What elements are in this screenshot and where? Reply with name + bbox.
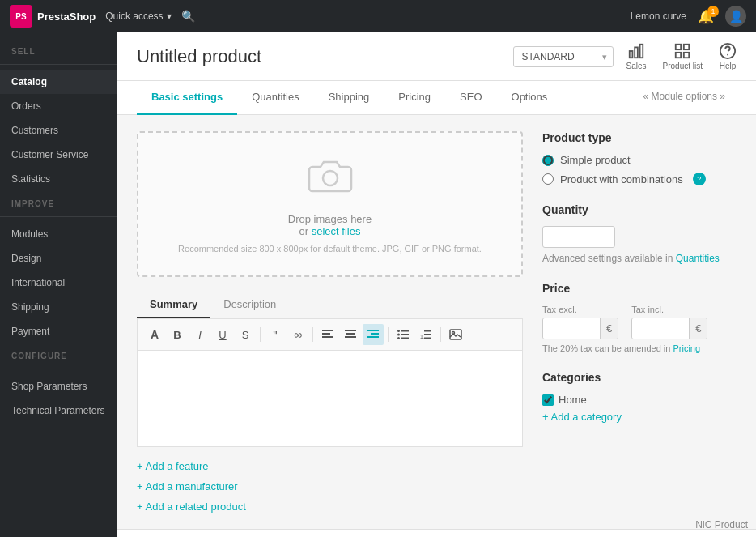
product-type-combination-label: Product with combinations: [560, 173, 683, 185]
toolbar-bold-btn[interactable]: B: [167, 324, 188, 345]
sidebar-item-shipping[interactable]: Shipping: [0, 295, 117, 319]
select-files-link[interactable]: select files: [312, 225, 361, 237]
product-type-combination-radio[interactable]: [542, 173, 554, 185]
sidebar-divider-improve: [0, 216, 117, 217]
sidebar-item-international[interactable]: International: [0, 271, 117, 295]
toolbar-align-center-btn[interactable]: [340, 324, 361, 345]
svg-rect-2: [640, 45, 643, 58]
add-feature-link[interactable]: + Add a feature: [137, 460, 523, 472]
editor-tab-summary[interactable]: Summary: [137, 292, 210, 318]
sidebar-item-payment[interactable]: Payment: [0, 319, 117, 343]
help-label: Help: [720, 62, 737, 70]
tab-options[interactable]: Options: [497, 81, 563, 115]
svg-point-20: [397, 334, 400, 336]
tab-basic-settings[interactable]: Basic settings: [137, 81, 237, 115]
user-avatar-button[interactable]: 👤: [725, 6, 746, 27]
quantity-input[interactable]: [542, 226, 615, 248]
tax-excl-currency: €: [600, 318, 618, 339]
svg-rect-10: [322, 330, 333, 331]
toolbar-italic-btn[interactable]: I: [189, 324, 210, 345]
top-nav-right: Lemon curve 🔔 1 👤: [631, 6, 746, 27]
sidebar-item-customer-service[interactable]: Customer Service: [0, 143, 117, 167]
toolbar-ol-btn[interactable]: 1.: [415, 324, 436, 345]
chevron-icon: ▾: [167, 11, 172, 22]
add-category-link[interactable]: + Add a category: [542, 411, 622, 423]
product-title-input[interactable]: [137, 46, 412, 67]
footer-bar: 🗑 PREVIEW Online DUPLICATE GO TO CATALOG…: [117, 529, 756, 537]
quantities-link[interactable]: Quantities: [676, 253, 720, 264]
toolbar-ul-btn[interactable]: [393, 324, 414, 345]
toolbar-divider-3: [388, 327, 389, 342]
tab-pricing[interactable]: Pricing: [384, 81, 445, 115]
toolbar-divider-4: [440, 327, 441, 342]
toolbar-align-left-btn[interactable]: [317, 324, 338, 345]
toolbar-align-right-btn[interactable]: [363, 324, 384, 345]
toolbar-link-btn[interactable]: ∞: [287, 324, 308, 345]
sidebar-item-statistics[interactable]: Statistics: [0, 167, 117, 191]
toolbar-strikethrough-btn[interactable]: S: [235, 324, 256, 345]
sidebar: SELL Catalog Orders Customers Customer S…: [0, 32, 117, 537]
sidebar-section-improve-label: IMPROVE: [0, 191, 117, 211]
sales-button[interactable]: Sales: [626, 42, 647, 70]
category-home-item[interactable]: Home: [542, 394, 737, 406]
sidebar-item-design[interactable]: Design: [0, 246, 117, 271]
toolbar-format-btn[interactable]: A: [144, 324, 165, 345]
tabs-bar: Basic settings Quantities Shipping Prici…: [117, 81, 756, 115]
notification-bell-button[interactable]: 🔔 1: [698, 9, 714, 24]
svg-rect-24: [401, 338, 409, 339]
editor-tab-description[interactable]: Description: [210, 292, 289, 318]
sidebar-item-customers[interactable]: Customers: [0, 118, 117, 143]
sidebar-item-shop-parameters[interactable]: Shop Parameters: [0, 374, 117, 398]
svg-point-8: [727, 54, 728, 56]
tab-module-options[interactable]: « Module options »: [632, 81, 737, 114]
help-button[interactable]: Help: [719, 42, 737, 70]
product-type-combination-option[interactable]: Product with combinations ?: [542, 173, 737, 185]
pricing-link[interactable]: Pricing: [673, 343, 700, 353]
svg-rect-26: [424, 330, 431, 332]
category-home-label: Home: [559, 394, 587, 406]
logo-area[interactable]: PS PrestaShop: [10, 5, 96, 28]
tab-shipping[interactable]: Shipping: [314, 81, 384, 115]
notification-badge: 1: [707, 6, 719, 17]
header-icons: Sales Product list Help: [626, 42, 737, 70]
svg-rect-22: [401, 330, 409, 332]
price-title: Price: [542, 282, 737, 295]
tax-excl-input[interactable]: [543, 318, 600, 339]
app-name: PrestaShop: [37, 11, 96, 23]
tax-incl-input[interactable]: [632, 318, 689, 339]
sidebar-item-orders[interactable]: Orders: [0, 94, 117, 118]
product-type-select[interactable]: STANDARD PACK VIRTUAL COMBINATION: [513, 46, 614, 67]
product-list-button[interactable]: Product list: [663, 42, 703, 70]
toolbar-blockquote-btn[interactable]: ": [265, 324, 286, 345]
tab-seo[interactable]: SEO: [445, 81, 496, 115]
user-name: Lemon curve: [631, 11, 686, 22]
svg-rect-16: [367, 330, 379, 331]
product-type-simple-radio[interactable]: [542, 155, 554, 166]
image-upload-area[interactable]: Drop images here or select files Recomme…: [137, 131, 523, 277]
sidebar-divider-configure: [0, 369, 117, 369]
search-icon[interactable]: 🔍: [181, 10, 195, 23]
product-type-section: Product type Simple product Product with…: [542, 131, 737, 185]
quick-access-btn[interactable]: Quick access ▾: [105, 11, 171, 22]
sidebar-item-technical-parameters[interactable]: Technical Parameters: [0, 398, 117, 423]
tab-quantities[interactable]: Quantities: [237, 81, 314, 115]
add-related-product-link[interactable]: + Add a related product: [137, 501, 523, 513]
product-type-simple-option[interactable]: Simple product: [542, 154, 737, 166]
content-area: STANDARD PACK VIRTUAL COMBINATION Sales …: [117, 32, 756, 537]
svg-rect-1: [635, 47, 638, 58]
drop-images-text: Drop images here: [288, 213, 372, 225]
toolbar-underline-btn[interactable]: U: [212, 324, 233, 345]
sidebar-section-configure: CONFIGURE Shop Parameters Technical Para…: [0, 343, 117, 423]
svg-point-21: [397, 337, 400, 339]
tax-excl-input-wrapper: €: [542, 318, 618, 339]
category-home-checkbox[interactable]: [542, 394, 554, 406]
toolbar-image-btn[interactable]: [445, 324, 466, 345]
svg-rect-4: [684, 45, 689, 49]
svg-rect-27: [424, 334, 431, 335]
add-manufacturer-link[interactable]: + Add a manufacturer: [137, 480, 523, 492]
editor-body[interactable]: [137, 350, 523, 447]
sidebar-item-catalog[interactable]: Catalog: [0, 70, 117, 94]
product-type-select-wrapper[interactable]: STANDARD PACK VIRTUAL COMBINATION: [513, 46, 614, 67]
svg-rect-11: [322, 333, 330, 335]
sidebar-item-modules[interactable]: Modules: [0, 222, 117, 246]
